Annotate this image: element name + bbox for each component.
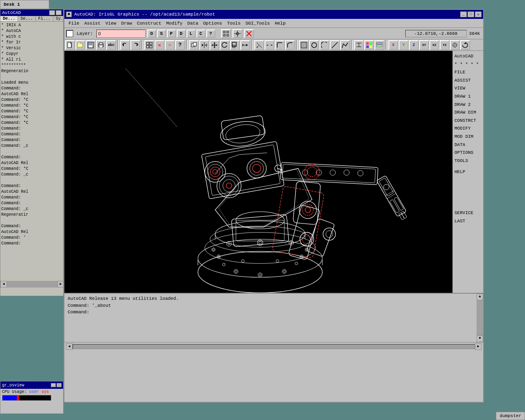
sidebar-options[interactable]: OPTIONS [454, 149, 482, 157]
menu-assist[interactable]: Assist [82, 20, 103, 27]
tb-rotate[interactable] [220, 40, 230, 50]
sidebar-draw-dim[interactable]: DRAW DIM [454, 109, 482, 117]
layer-btn-p[interactable]: P [167, 30, 176, 38]
sidebar-help[interactable]: HELP [454, 168, 482, 176]
menu-file[interactable]: File [66, 20, 82, 27]
tb-stretch[interactable] [240, 40, 250, 50]
sidebar-div-6 [454, 189, 482, 193]
left-panel-tab-3[interactable]: Sy... [53, 16, 64, 21]
osview-minimize[interactable]: _ [51, 383, 56, 387]
tb-xz-plane[interactable]: XZ [429, 40, 439, 50]
menu-help[interactable]: Help [272, 20, 288, 27]
layer-btn-l[interactable]: L [187, 30, 196, 38]
sidebar-file[interactable]: FILE [454, 68, 482, 77]
drawing-viewport[interactable] [64, 51, 452, 293]
left-panel-maximize-btn[interactable]: □ [56, 10, 62, 15]
layer-color-box[interactable] [66, 30, 73, 37]
autocad-minimize-btn[interactable]: _ [460, 11, 467, 17]
tb-polyline[interactable] [340, 40, 350, 50]
tb-view-ctrl[interactable] [450, 40, 460, 50]
tb-copy[interactable] [189, 40, 199, 50]
sidebar-mod-dim[interactable]: MOD DIM [454, 133, 482, 141]
tb-arc[interactable] [320, 40, 329, 50]
layer-input[interactable] [96, 30, 146, 38]
tb-text[interactable]: abc [106, 40, 116, 50]
cmd-hscroll-track[interactable] [73, 344, 475, 349]
tb-yz-plane[interactable]: YZ [440, 40, 450, 50]
tb-help-q[interactable]: ? [175, 40, 185, 50]
left-panel-minimize-btn[interactable]: _ [49, 10, 55, 15]
layer-btn-c[interactable]: C [196, 30, 205, 38]
tb-erase[interactable]: ✕ [155, 40, 164, 50]
tb-mirror[interactable] [199, 40, 209, 50]
menu-tools[interactable]: Tools [224, 20, 243, 27]
sidebar-modify[interactable]: MODIFY [454, 125, 482, 133]
sidebar-last[interactable]: LAST [454, 217, 482, 226]
menu-data[interactable]: Data [185, 20, 201, 27]
tb-y-axis[interactable]: Y [399, 40, 409, 50]
menu-modify[interactable]: Modify [164, 20, 185, 27]
sidebar-draw2[interactable]: DRAW 2 [454, 101, 482, 109]
cmd-hscroll-right[interactable]: ► [475, 343, 482, 350]
scroll-left-btn[interactable]: ◄ [0, 281, 7, 288]
sidebar-assist[interactable]: ASSIST [454, 77, 482, 85]
svg-rect-20 [146, 42, 149, 45]
cancel-btn[interactable] [244, 29, 254, 38]
layer-btn-s[interactable]: S [157, 30, 166, 38]
left-panel-scrollbar[interactable]: ◄ ► [0, 281, 64, 288]
crosshair-btn[interactable] [233, 29, 242, 38]
menu-construct[interactable]: Construct [135, 20, 164, 27]
autocad-maximize-btn[interactable]: □ [468, 11, 474, 17]
menu-view[interactable]: View [103, 20, 119, 27]
tb-line[interactable] [330, 40, 340, 50]
sidebar-data[interactable]: DATA [454, 141, 482, 149]
tb-z-axis[interactable]: Z [409, 40, 419, 50]
cmd-scroll-up[interactable]: ▲ [477, 294, 483, 300]
cmd-hscroll-left[interactable]: ◄ [66, 343, 73, 350]
tb-circle[interactable] [309, 40, 319, 50]
tb-new-file[interactable] [65, 40, 75, 50]
tb-erase-alt[interactable]: ✕ [165, 40, 175, 50]
tb-break[interactable] [265, 40, 274, 50]
left-panel-tab-1[interactable]: Se... [18, 16, 36, 21]
tb-trim[interactable] [254, 40, 264, 50]
tb-layer-manager[interactable] [374, 40, 384, 50]
scroll-right-btn[interactable]: ► [57, 281, 64, 288]
tb-open-file[interactable] [75, 40, 85, 50]
layer-btn-o[interactable]: O [147, 30, 156, 38]
tb-move[interactable] [210, 40, 219, 50]
autocad-close-btn[interactable]: ✕ [475, 11, 482, 17]
tb-print[interactable] [96, 40, 106, 50]
sidebar-service[interactable]: SERVICE [454, 209, 482, 217]
menu-sgi-tools[interactable]: SGI_Tools [243, 20, 272, 27]
layer-btn-q[interactable]: ? [206, 30, 215, 38]
tb-xy-plane[interactable]: XY [419, 40, 429, 50]
layer-btn-d[interactable]: D [177, 30, 186, 38]
menu-draw[interactable]: Draw [119, 20, 134, 27]
tb-zoom-extents[interactable] [144, 40, 154, 50]
tb-dim-color[interactable] [364, 40, 374, 50]
tb-redo[interactable] [130, 40, 140, 50]
system-menu-icon[interactable]: ■ [66, 11, 72, 17]
tb-x-axis[interactable]: X [388, 40, 398, 50]
desk-tab[interactable]: Desk 1 [0, 0, 49, 9]
osview-maximize[interactable]: □ [57, 383, 62, 387]
cmd-scroll-down[interactable]: ▼ [477, 336, 483, 342]
sidebar-view[interactable]: VIEW [454, 84, 482, 93]
left-panel-tab-2[interactable]: Fi... [36, 16, 53, 21]
sidebar-draw1[interactable]: DRAW 1 [454, 93, 482, 101]
sidebar-tools[interactable]: TOOLS [454, 157, 482, 165]
tb-dim-linear[interactable] [354, 40, 364, 50]
grid-snap-btn[interactable] [221, 29, 231, 38]
tb-save-file[interactable] [86, 40, 96, 50]
tb-undo[interactable] [120, 40, 130, 50]
sidebar-constrct[interactable]: CONSTRCT [454, 117, 482, 125]
tb-crosshatch[interactable] [299, 40, 309, 50]
tb-fillet[interactable] [275, 40, 285, 50]
tb-redraw[interactable] [460, 40, 470, 50]
menu-options[interactable]: Options [201, 20, 224, 27]
cmd-scroll-track[interactable] [477, 300, 483, 336]
tb-chamfer[interactable] [285, 40, 295, 50]
left-panel-tab-0[interactable]: De... [0, 16, 18, 21]
tb-scale[interactable] [230, 40, 240, 50]
